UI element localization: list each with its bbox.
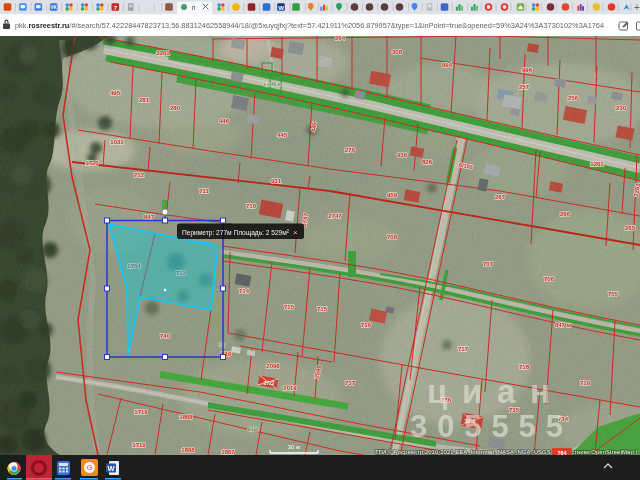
svg-text:×: ×: [293, 228, 298, 237]
svg-text:W: W: [278, 5, 284, 11]
svg-text:764: 764: [557, 450, 567, 456]
svg-text:VK: VK: [51, 5, 58, 10]
svg-text:ТГИ © Росреестр 2010-2021 ЕЕА,: ТГИ © Росреестр 2010-2021 ЕЕА, Informap,…: [375, 449, 637, 455]
svg-text:Периметр: 277м Площадь: 2 529м: Периметр: 277м Площадь: 2 529м²: [182, 228, 290, 237]
svg-text:G: G: [86, 463, 92, 472]
svg-text:pkk.rosreestr.ru/#/search/57.4: pkk.rosreestr.ru/#/search/57.42228447823…: [15, 21, 604, 30]
svg-text:30 м: 30 м: [288, 444, 300, 450]
svg-text:W: W: [107, 464, 115, 473]
svg-text:+: +: [634, 2, 640, 13]
svg-text:0,53: 0,53: [199, 241, 211, 247]
svg-text:п: п: [192, 4, 196, 11]
